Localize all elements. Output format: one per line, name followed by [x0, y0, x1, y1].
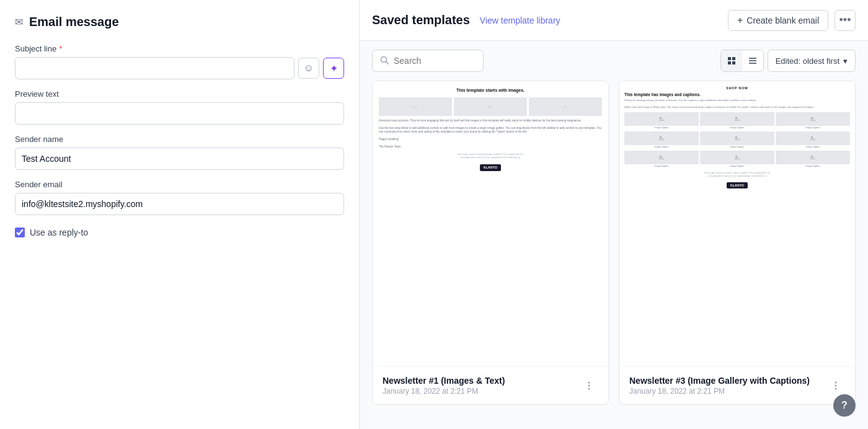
panel-header: ✉ Email message — [15, 15, 344, 29]
svg-rect-26 — [734, 135, 740, 141]
plus-icon: + — [737, 15, 743, 26]
template-card[interactable]: This template starts with images. Everyo… — [372, 81, 609, 405]
template-footer-1: Newsletter #1 (Images & Text) January 18… — [373, 366, 608, 404]
svg-line-1 — [386, 61, 389, 64]
svg-rect-6 — [749, 58, 756, 59]
svg-rect-13 — [562, 104, 569, 110]
help-button[interactable]: ? — [833, 394, 856, 417]
reply-to-label: Use as reply-to — [30, 228, 88, 237]
sender-email-label: Sender email — [15, 180, 344, 189]
svg-point-33 — [735, 156, 737, 157]
subject-line-row: ☺ ✦ — [15, 57, 344, 79]
svg-point-35 — [811, 156, 813, 157]
preview-text-input[interactable] — [15, 102, 344, 125]
svg-rect-9 — [412, 104, 418, 110]
grid-view-button[interactable] — [721, 50, 742, 71]
email-icon: ✉ — [15, 16, 23, 28]
svg-rect-3 — [732, 57, 735, 60]
left-panel: ✉ Email message Subject line * ☺ ✦ Previ… — [0, 0, 360, 429]
template-date-3: January 18, 2022 at 2:21 PM — [629, 387, 826, 396]
search-icon — [380, 56, 389, 66]
saved-templates-title: Saved templates — [372, 13, 470, 27]
preview-text-label: Preview text — [15, 89, 344, 99]
svg-rect-7 — [749, 60, 756, 61]
panel-title: Email message — [29, 15, 119, 29]
sender-name-label: Sender name — [15, 135, 344, 144]
svg-rect-34 — [810, 154, 816, 161]
template-menu-button-3[interactable] — [826, 376, 845, 395]
subject-line-group: Subject line * ☺ ✦ — [15, 44, 344, 79]
sender-email-group: Sender email — [15, 180, 344, 215]
template-preview-3: SHOP NOW This template has images and ca… — [619, 81, 855, 366]
sender-name-group: Sender name — [15, 135, 344, 170]
sender-email-input[interactable] — [15, 193, 344, 215]
right-header: Saved templates View template library + … — [360, 0, 868, 41]
svg-point-36 — [835, 382, 837, 384]
svg-point-27 — [735, 136, 737, 138]
svg-rect-2 — [728, 57, 731, 60]
template-name-3: Newsletter #3 (Image Gallery with Captio… — [629, 376, 826, 386]
svg-point-37 — [835, 385, 837, 387]
svg-point-21 — [735, 117, 737, 119]
svg-rect-5 — [732, 61, 735, 64]
svg-point-25 — [660, 136, 662, 138]
subject-line-label: Subject line * — [15, 44, 344, 53]
svg-point-19 — [660, 117, 662, 119]
view-library-button[interactable]: View template library — [480, 15, 560, 25]
preview-text-group: Preview text — [15, 89, 344, 125]
template-preview-1: This template starts with images. Everyo… — [373, 81, 608, 366]
subject-line-input[interactable] — [15, 57, 294, 79]
template-name-1: Newsletter #1 (Images & Text) — [383, 376, 580, 386]
search-box — [372, 50, 484, 72]
svg-point-23 — [811, 117, 813, 119]
view-toggle: Edited: oldest first ▾ — [720, 50, 856, 72]
template-footer-3: Newsletter #3 (Image Gallery with Captio… — [619, 366, 855, 404]
template-date-1: January 18, 2022 at 2:21 PM — [383, 387, 580, 396]
svg-point-16 — [588, 385, 590, 387]
svg-rect-20 — [734, 116, 740, 122]
svg-rect-30 — [658, 154, 665, 161]
svg-point-15 — [588, 382, 590, 384]
required-indicator: * — [59, 44, 62, 53]
dots-icon: ••• — [839, 14, 851, 27]
svg-rect-32 — [734, 154, 740, 161]
svg-point-12 — [489, 105, 490, 107]
svg-point-38 — [835, 388, 837, 390]
right-panel: Saved templates View template library + … — [360, 0, 868, 429]
svg-point-17 — [588, 388, 590, 390]
template-info-1: Newsletter #1 (Images & Text) January 18… — [383, 376, 580, 396]
emoji-button[interactable]: ☺ — [298, 58, 319, 79]
svg-rect-22 — [810, 116, 816, 122]
sender-name-input[interactable] — [15, 148, 344, 170]
create-blank-button[interactable]: + Create blank email — [728, 10, 828, 31]
reply-to-row: Use as reply-to — [15, 228, 344, 237]
header-left: Saved templates View template library — [372, 13, 560, 27]
toggle-group — [720, 50, 764, 72]
reply-to-checkbox[interactable] — [15, 228, 25, 237]
more-options-button[interactable]: ••• — [835, 10, 856, 31]
sort-dropdown[interactable]: Edited: oldest first ▾ — [768, 50, 856, 72]
svg-point-10 — [414, 105, 415, 107]
svg-rect-28 — [810, 135, 816, 141]
chevron-down-icon: ▾ — [843, 56, 848, 66]
svg-rect-18 — [658, 116, 665, 122]
svg-point-14 — [564, 105, 565, 107]
toolbar: Edited: oldest first ▾ — [360, 41, 868, 81]
svg-point-29 — [811, 136, 813, 138]
svg-rect-11 — [487, 104, 494, 110]
ai-button[interactable]: ✦ — [323, 58, 344, 79]
header-right: + Create blank email ••• — [728, 10, 856, 31]
svg-point-31 — [660, 156, 662, 157]
svg-rect-8 — [749, 63, 756, 64]
template-info-3: Newsletter #3 (Image Gallery with Captio… — [629, 376, 826, 396]
template-menu-button-1[interactable] — [580, 376, 598, 395]
svg-rect-24 — [658, 135, 665, 141]
template-card-3[interactable]: SHOP NOW This template has images and ca… — [619, 81, 856, 405]
search-input[interactable] — [394, 56, 476, 66]
templates-grid: This template starts with images. Everyo… — [360, 81, 868, 429]
svg-rect-4 — [728, 61, 731, 64]
list-view-button[interactable] — [742, 50, 763, 71]
